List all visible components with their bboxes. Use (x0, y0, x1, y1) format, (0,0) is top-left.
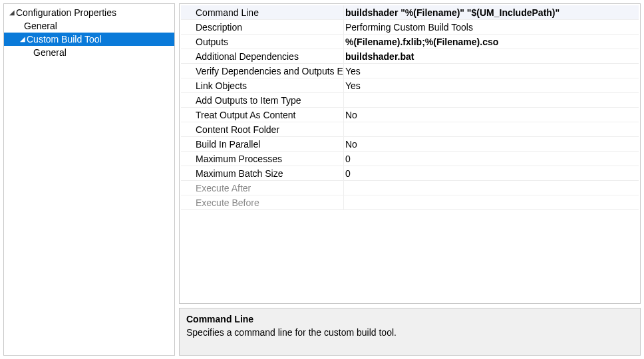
property-label: Add Outputs to Item Type (181, 93, 343, 107)
description-body: Specifies a command line for the custom … (186, 326, 633, 339)
property-value[interactable] (343, 181, 639, 195)
property-label: Execute After (181, 181, 343, 195)
property-value[interactable]: Yes (343, 64, 639, 78)
right-pane: Command Line buildshader "%(Filename)" "… (179, 3, 641, 356)
property-row-content-root-folder[interactable]: Content Root Folder (181, 122, 639, 137)
property-row-build-in-parallel[interactable]: Build In Parallel No (181, 137, 639, 152)
property-value[interactable]: Yes (343, 78, 639, 92)
property-label: Outputs (181, 35, 343, 49)
property-label: Command Line (181, 5, 343, 19)
property-label: Execute Before (181, 195, 343, 209)
tree-item-config-properties[interactable]: ◢ Configuration Properties (4, 6, 174, 19)
expand-icon: ◢ (19, 33, 27, 46)
property-label: Maximum Processes (181, 152, 343, 166)
property-row-execute-before[interactable]: Execute Before (181, 195, 639, 210)
property-label: Description (181, 20, 343, 34)
property-row-verify-deps[interactable]: Verify Dependencies and Outputs Exist Ye… (181, 64, 639, 78)
property-value[interactable]: buildshader.bat (343, 49, 639, 63)
nav-tree[interactable]: ◢ Configuration Properties General ◢ Cus… (3, 3, 175, 356)
property-row-outputs[interactable]: Outputs %(Filename).fxlib;%(Filename).cs… (181, 35, 639, 49)
property-value[interactable]: No (343, 137, 639, 151)
property-row-treat-output-content[interactable]: Treat Output As Content No (181, 108, 639, 122)
dialog-frame: ◢ Configuration Properties General ◢ Cus… (0, 0, 644, 359)
tree-item-general[interactable]: General (4, 19, 174, 33)
property-row-link-objects[interactable]: Link Objects Yes (181, 78, 639, 93)
property-grid-body: Command Line buildshader "%(Filename)" "… (181, 5, 639, 210)
property-row-command-line[interactable]: Command Line buildshader "%(Filename)" "… (181, 5, 639, 20)
property-value[interactable]: 0 (343, 166, 639, 180)
property-value[interactable]: %(Filename).fxlib;%(Filename).cso (343, 35, 639, 49)
description-panel: Command Line Specifies a command line fo… (179, 308, 641, 356)
property-label: Verify Dependencies and Outputs Exist (181, 64, 343, 78)
tree-item-custom-build-tool[interactable]: ◢ Custom Build Tool (4, 33, 174, 46)
property-value[interactable]: 0 (343, 152, 639, 166)
tree-item-label: General (33, 46, 67, 59)
tree-item-label: Custom Build Tool (27, 33, 102, 46)
tree-item-label: Configuration Properties (16, 6, 116, 19)
description-title: Command Line (186, 312, 633, 326)
property-row-description[interactable]: Description Performing Custom Build Tool… (181, 20, 639, 35)
expand-icon: ◢ (8, 6, 16, 19)
property-value[interactable]: No (343, 108, 639, 122)
tree-item-label: General (24, 19, 57, 33)
property-row-add-outputs-item-type[interactable]: Add Outputs to Item Type (181, 93, 639, 108)
property-value[interactable]: Performing Custom Build Tools (343, 20, 639, 34)
property-value[interactable] (343, 93, 639, 107)
property-grid[interactable]: Command Line buildshader "%(Filename)" "… (179, 3, 641, 304)
tree-item-general-child[interactable]: General (4, 46, 174, 59)
property-row-additional-dependencies[interactable]: Additional Dependencies buildshader.bat (181, 49, 639, 64)
property-label: Additional Dependencies (181, 49, 343, 63)
property-label: Maximum Batch Size (181, 166, 343, 180)
property-label: Content Root Folder (181, 122, 343, 136)
property-label: Build In Parallel (181, 137, 343, 151)
property-row-maximum-batch-size[interactable]: Maximum Batch Size 0 (181, 166, 639, 181)
property-label: Link Objects (181, 78, 343, 92)
property-value[interactable] (343, 195, 639, 209)
property-value[interactable]: buildshader "%(Filename)" "$(UM_IncludeP… (343, 5, 639, 19)
property-value[interactable] (343, 122, 639, 136)
property-row-execute-after[interactable]: Execute After (181, 181, 639, 195)
property-row-maximum-processes[interactable]: Maximum Processes 0 (181, 152, 639, 166)
property-label: Treat Output As Content (181, 108, 343, 122)
